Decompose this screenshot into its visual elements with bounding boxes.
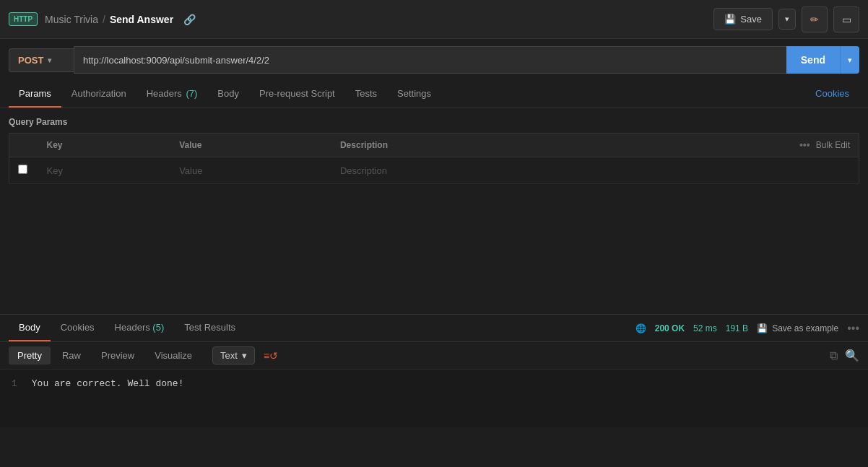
th-description: Description: [331, 134, 589, 157]
row-checkbox[interactable]: [9, 157, 38, 184]
response-size: 191 B: [726, 323, 748, 333]
breadcrumb-sep: /: [103, 14, 105, 25]
response-content: You are correct. Well done!: [32, 378, 184, 389]
method-select[interactable]: POST ▾: [9, 48, 74, 72]
method-label: POST: [18, 55, 43, 66]
breadcrumb: Music Trivia / Send Answer 🔗: [45, 14, 196, 25]
tab-params[interactable]: Params: [9, 81, 61, 108]
more-options-button[interactable]: •••: [847, 322, 859, 335]
format-tab-pretty[interactable]: Pretty: [9, 346, 51, 365]
breadcrumb-parent[interactable]: Music Trivia: [45, 14, 98, 25]
format-tab-visualize[interactable]: Visualize: [146, 346, 201, 365]
response-tab-test-results[interactable]: Test Results: [174, 315, 246, 341]
response-tab-body[interactable]: Body: [9, 315, 51, 341]
response-tabs-bar: Body Cookies Headers (5) Test Results 🌐 …: [0, 315, 868, 342]
params-area: Query Params Key Value Description ••• B…: [0, 108, 868, 193]
search-button[interactable]: 🔍: [845, 349, 859, 362]
format-tab-preview[interactable]: Preview: [92, 346, 143, 365]
text-format-select[interactable]: Text ▾: [212, 346, 255, 365]
top-right-actions: 💾 Save ▾ ✏ ▭: [713, 6, 859, 32]
param-description-cell[interactable]: Description: [331, 157, 589, 184]
text-format-label: Text: [220, 350, 238, 361]
text-format-arrow-icon: ▾: [242, 350, 247, 361]
filter-icon[interactable]: ≡↺: [264, 350, 278, 362]
copy-button[interactable]: ⧉: [830, 349, 838, 362]
tab-authorization[interactable]: Authorization: [61, 81, 136, 108]
send-dropdown-button[interactable]: ▾: [840, 46, 859, 74]
query-params-title: Query Params: [9, 117, 859, 127]
top-bar: HTTP Music Trivia / Send Answer 🔗 💾 Save…: [0, 0, 868, 39]
edit-button[interactable]: ✏: [802, 6, 828, 32]
bulk-edit-button[interactable]: Bulk Edit: [816, 140, 850, 150]
line-number: 1: [12, 378, 17, 389]
method-arrow-icon: ▾: [48, 56, 51, 64]
response-meta: 🌐 200 OK 52 ms 191 B 💾 Save as example •…: [635, 322, 859, 335]
tab-tests[interactable]: Tests: [345, 81, 387, 108]
status-badge: 200 OK: [655, 323, 685, 333]
http-badge: HTTP: [9, 12, 38, 26]
send-button[interactable]: Send: [786, 46, 840, 74]
message-button[interactable]: ▭: [833, 6, 859, 32]
param-key-cell[interactable]: Key: [38, 157, 171, 184]
tab-body[interactable]: Body: [207, 81, 249, 108]
th-key: Key: [38, 134, 171, 157]
url-input[interactable]: [74, 46, 786, 74]
save-example-disk-icon: 💾: [757, 323, 768, 333]
breadcrumb-current: Send Answer: [110, 14, 173, 25]
save-dropdown-button[interactable]: ▾: [778, 9, 796, 30]
link-icon[interactable]: 🔗: [183, 14, 196, 25]
request-tabs-bar: Params Authorization Headers (7) Body Pr…: [0, 81, 868, 108]
response-time: 52 ms: [693, 323, 717, 333]
table-options-icon[interactable]: •••: [799, 139, 810, 151]
th-checkbox: [9, 134, 38, 157]
save-button[interactable]: 💾 Save: [713, 8, 773, 30]
tab-prerequest[interactable]: Pre-request Script: [249, 81, 345, 108]
message-icon: ▭: [842, 14, 851, 25]
response-tab-cookies[interactable]: Cookies: [51, 315, 105, 341]
th-value: Value: [170, 134, 331, 157]
url-bar: POST ▾ Send ▾: [0, 39, 868, 81]
response-tab-headers[interactable]: Headers (5): [105, 315, 175, 341]
response-body: 1You are correct. Well done!: [0, 370, 868, 427]
pencil-icon: ✏: [810, 14, 819, 25]
save-disk-icon: 💾: [724, 14, 736, 25]
tab-settings[interactable]: Settings: [387, 81, 441, 108]
tab-headers[interactable]: Headers (7): [136, 81, 208, 108]
save-label: Save: [740, 14, 762, 25]
param-checkbox[interactable]: [18, 165, 27, 174]
param-value-cell[interactable]: Value: [170, 157, 331, 184]
format-bar: Pretty Raw Preview Visualize Text ▾ ≡↺ ⧉…: [0, 342, 868, 370]
save-example-button[interactable]: 💾 Save as example: [757, 323, 838, 333]
th-actions: ••• Bulk Edit: [589, 134, 859, 157]
save-example-label: Save as example: [772, 323, 838, 333]
format-right-actions: ⧉ 🔍: [830, 349, 859, 362]
send-button-group: Send ▾: [786, 46, 859, 74]
format-tab-raw[interactable]: Raw: [53, 346, 90, 365]
response-area: Body Cookies Headers (5) Test Results 🌐 …: [0, 314, 868, 467]
globe-icon: 🌐: [635, 323, 646, 333]
tab-cookies[interactable]: Cookies: [805, 81, 859, 108]
table-row: Key Value Description: [9, 157, 859, 184]
query-params-table: Key Value Description ••• Bulk Edit Key …: [9, 133, 859, 184]
